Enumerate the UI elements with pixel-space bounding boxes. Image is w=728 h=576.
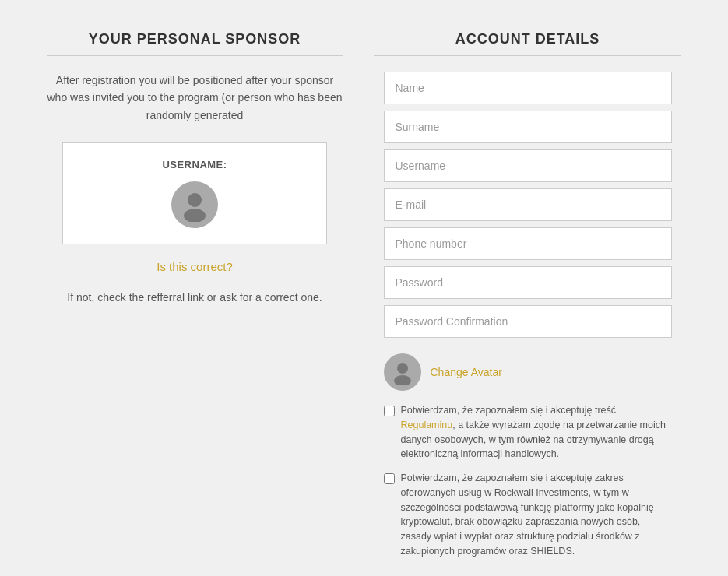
if-not-text: If not, check the refferral link or ask … bbox=[67, 289, 322, 306]
sponsor-title: YOUR PERSONAL SPONSOR bbox=[89, 31, 301, 47]
phone-input[interactable] bbox=[384, 227, 672, 260]
right-panel: ACCOUNT DETAILS Change Avatar Potwierdza… bbox=[374, 31, 681, 576]
sponsor-description: After registration you will be positione… bbox=[47, 72, 343, 124]
account-divider bbox=[374, 55, 681, 56]
regulamin-link[interactable]: Regulaminu bbox=[401, 420, 453, 430]
checkbox-group: Potwierdzam, że zapoznałem się i akceptu… bbox=[384, 403, 672, 568]
account-title: ACCOUNT DETAILS bbox=[455, 31, 600, 47]
checkbox-terms[interactable] bbox=[384, 406, 395, 416]
password-confirm-input[interactable] bbox=[384, 305, 672, 338]
checkbox-services-text: Potwierdzam, że zapoznałem się i akceptu… bbox=[401, 471, 672, 559]
checkbox-terms-text: Potwierdzam, że zapoznałem się i akceptu… bbox=[401, 403, 672, 462]
name-input[interactable] bbox=[384, 72, 672, 104]
svg-point-0 bbox=[188, 193, 202, 207]
username-label: USERNAME: bbox=[162, 159, 227, 170]
svg-point-3 bbox=[394, 375, 411, 385]
svg-point-1 bbox=[184, 209, 206, 222]
left-panel: YOUR PERSONAL SPONSOR After registration… bbox=[47, 31, 343, 576]
email-input[interactable] bbox=[384, 188, 672, 221]
checkbox-services[interactable] bbox=[384, 473, 395, 484]
change-avatar-row: Change Avatar bbox=[384, 353, 672, 391]
username-input[interactable] bbox=[384, 149, 672, 182]
surname-input[interactable] bbox=[384, 111, 672, 143]
sponsor-box: USERNAME: bbox=[62, 142, 327, 244]
is-correct-link[interactable]: Is this correct? bbox=[157, 260, 233, 273]
checkbox1-before: Potwierdzam, że zapoznałem się i akceptu… bbox=[401, 405, 617, 416]
sponsor-divider bbox=[47, 55, 343, 56]
svg-point-2 bbox=[397, 363, 408, 374]
avatar-preview bbox=[384, 353, 421, 391]
sponsor-avatar bbox=[171, 181, 218, 228]
change-avatar-button[interactable]: Change Avatar bbox=[431, 366, 502, 378]
checkbox-item-2: Potwierdzam, że zapoznałem się i akceptu… bbox=[384, 471, 672, 559]
checkbox-item-1: Potwierdzam, że zapoznałem się i akceptu… bbox=[384, 403, 672, 462]
password-input[interactable] bbox=[384, 266, 672, 299]
